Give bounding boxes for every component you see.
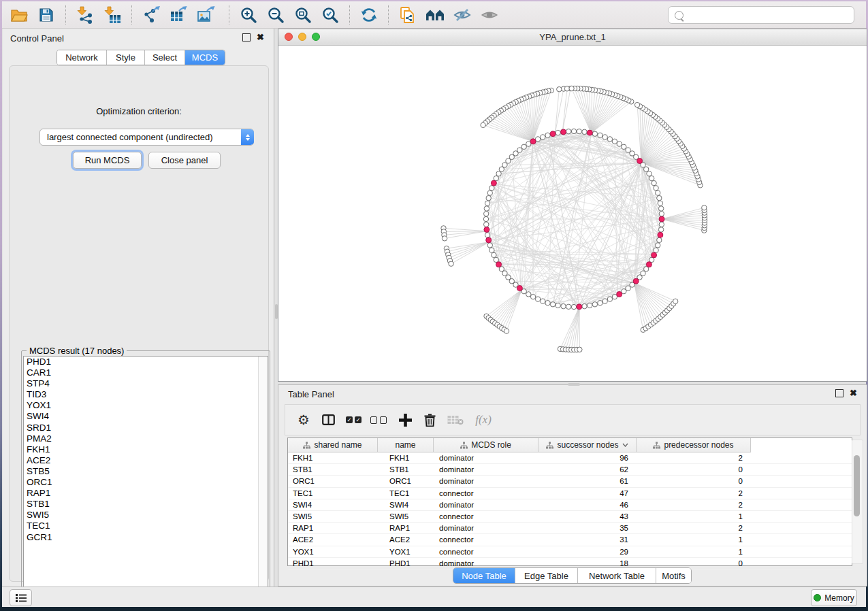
column-header-MCDS-role[interactable]: MCDS role [434,438,539,452]
table-cell: 1 [637,535,751,544]
delete-icon[interactable] [421,411,438,429]
export-network-icon[interactable] [138,4,165,26]
float-panel-icon[interactable] [242,33,251,42]
open-file-icon[interactable] [5,4,33,26]
zoom-selected-icon[interactable] [317,4,344,26]
close-panel-icon[interactable]: ✖ [257,34,264,41]
mcds-result-item[interactable]: PMA2 [24,433,268,444]
show-all-icon[interactable] [476,4,503,26]
mcds-result-item[interactable]: RAP1 [24,488,268,499]
table-cell: RAP1 [378,524,434,532]
select-all-icon[interactable]: ✓✓ [345,411,364,429]
column-header-name[interactable]: name [378,438,434,452]
tab-network[interactable]: Network [57,50,107,65]
table-cell: 46 [539,501,637,509]
table-cell: dominator [434,465,539,474]
node-table-header: shared namenameMCDS rolesuccessor nodesp… [288,438,751,452]
deselect-all-icon[interactable] [370,411,389,429]
zoom-in-icon[interactable] [235,4,262,26]
mcds-result-item[interactable]: SWI4 [24,411,268,422]
column-header-predecessor-nodes[interactable]: predecessor nodes [637,438,751,452]
save-session-icon[interactable] [33,4,60,26]
duplicate-network-icon[interactable] [394,4,421,26]
table-row[interactable]: RAP1RAP1dominator352 [288,523,852,534]
table-row[interactable]: TEC1TEC1connector472 [288,488,852,499]
task-history-button[interactable] [10,589,32,606]
mcds-result-list[interactable]: PHD1CAR1STP4TID3YOX1SWI4SRD1PMA2FKH1ACE2… [23,356,268,597]
zoom-out-icon[interactable] [262,4,289,26]
mcds-result-item[interactable]: FKH1 [24,444,268,455]
first-neighbors-icon[interactable] [421,4,449,26]
function-builder-icon: f(x) [472,411,495,429]
mcds-result-item[interactable]: ACE2 [24,455,268,466]
close-panel-button[interactable]: Close panel [148,152,221,169]
table-row[interactable]: SWI5SWI5connector431 [288,511,852,523]
close-panel-icon[interactable]: ✖ [850,390,857,397]
table-scrollbar-thumb[interactable] [854,455,860,516]
export-image-icon[interactable] [192,4,219,26]
mcds-result-item[interactable]: STP4 [24,378,268,389]
table-row[interactable]: FKH1FKH1dominator962 [288,452,852,464]
mcds-result-item[interactable]: CAR1 [24,367,268,378]
network-canvas[interactable] [278,46,867,381]
table-row[interactable]: ORC1ORC1dominator610 [288,476,852,487]
refresh-icon[interactable] [355,4,383,26]
network-view-titlebar[interactable]: YPA_prune.txt_1 [278,29,867,46]
mcds-list-scrollbar[interactable] [258,357,268,596]
table-cell: 96 [539,454,637,462]
search-input[interactable] [684,10,854,20]
mcds-result-item[interactable]: SRD1 [24,423,268,433]
tab-style[interactable]: Style [107,50,145,65]
splitter-handle[interactable] [568,383,580,386]
add-icon[interactable] [397,411,413,429]
desktop: Control Panel ✖ Optimization criterion: … [0,0,868,611]
mcds-result-item[interactable]: STB5 [24,466,268,477]
splitter-handle[interactable] [275,304,278,319]
table-scrollbar[interactable] [852,440,863,564]
network-title: YPA_prune.txt_1 [278,32,867,42]
tab-node-table[interactable]: Node Table [453,568,515,583]
zoom-fit-icon[interactable] [289,4,317,26]
import-network-icon[interactable] [71,4,99,26]
column-header-successor-nodes[interactable]: successor nodes [539,438,637,452]
import-table-icon[interactable] [99,4,126,26]
criterion-dropdown[interactable]: largest connected component (undirected) [39,129,254,146]
table-cell: 62 [539,465,637,474]
table-cell: connector [434,489,539,497]
table-cell: 0 [637,559,751,567]
control-panel-tabs: NetworkStyleSelectMCDS [57,50,225,65]
tab-edge-table[interactable]: Edge Table [515,568,578,583]
tab-mcds[interactable]: MCDS [185,50,225,65]
mcds-result-item[interactable]: TID3 [24,389,268,400]
table-cell: ORC1 [288,477,378,485]
mcds-result-item[interactable]: YOX1 [24,400,268,411]
toolbar-separator [388,5,389,24]
table-row[interactable]: SWI4SWI4dominator462 [288,499,852,511]
hide-selected-icon[interactable] [449,4,476,26]
table-row[interactable]: YOX1YOX1connector291 [288,546,852,558]
mcds-result-item[interactable]: STB1 [24,499,268,510]
search-field[interactable] [668,6,854,24]
table-cell: TEC1 [378,489,434,497]
run-mcds-button[interactable]: Run MCDS [73,152,142,169]
tab-motifs[interactable]: Motifs [656,568,691,583]
table-cell: 2 [637,454,751,462]
tab-network-table[interactable]: Network Table [578,568,656,583]
mcds-result-item[interactable]: TEC1 [24,521,268,531]
table-cell: 31 [539,535,637,544]
table-toolbar: ⚙ ✓✓ f(x) [285,404,861,435]
mcds-result-item[interactable]: GCR1 [24,532,268,543]
memory-button[interactable]: Memory [811,589,857,606]
export-table-icon[interactable] [165,4,192,26]
table-cell: 61 [539,477,637,485]
table-row[interactable]: STB1STB1dominator620 [288,464,852,476]
tab-select[interactable]: Select [145,50,185,65]
table-row[interactable]: ACE2ACE2connector311 [288,534,852,546]
mcds-result-item[interactable]: SWI5 [24,510,268,521]
mcds-result-item[interactable]: PHD1 [24,357,268,367]
show-columns-icon[interactable] [319,411,337,429]
mcds-result-item[interactable]: ORC1 [24,477,268,488]
column-header-shared-name[interactable]: shared name [288,438,378,452]
settings-gear-icon[interactable]: ⚙ [295,411,312,429]
float-panel-icon[interactable] [835,389,843,397]
